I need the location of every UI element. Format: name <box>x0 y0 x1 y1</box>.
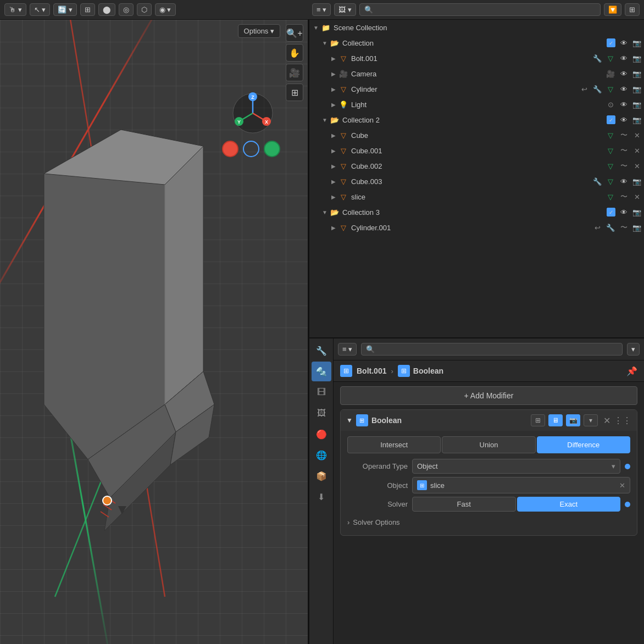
outliner-display[interactable]: 🖼 ▾ <box>334 3 356 16</box>
cube002-row[interactable]: ▶ ▽ Cube.002 ▽ 〜 ✕ <box>309 158 644 174</box>
collection2-eye-icon[interactable]: 👁 <box>619 116 629 124</box>
bolt001-filter-icon[interactable]: ▽ <box>606 54 615 63</box>
cylinder-camera-icon[interactable]: 📷 <box>632 85 642 93</box>
cube002-filter-icon[interactable]: ▽ <box>606 162 615 170</box>
modifier-mode-dropdown[interactable]: ▾ <box>584 414 598 426</box>
prop-particle-btn[interactable]: 🔴 <box>312 424 331 444</box>
snap-select[interactable]: 🔄 ▾ <box>53 3 77 16</box>
collection-camera-icon[interactable]: 📷 <box>632 39 642 47</box>
shading-circle1[interactable]: ⬤ <box>98 3 115 16</box>
nav-circle-red[interactable] <box>222 141 238 157</box>
cube-x-icon[interactable]: ✕ <box>632 131 642 140</box>
cube003-eye-icon[interactable]: 👁 <box>619 177 629 186</box>
outliner-search-input[interactable] <box>376 5 596 14</box>
intersect-button[interactable]: Intersect <box>347 436 441 453</box>
collection-visible-checkbox[interactable]: ✓ <box>607 38 615 47</box>
zoom-btn[interactable]: 🔍+ <box>286 24 303 42</box>
slice-filter-icon[interactable]: ▽ <box>606 193 615 201</box>
modifier-realtime-btn[interactable]: ⊞ <box>531 414 545 426</box>
prop-search-input[interactable] <box>378 345 618 353</box>
cube003-filter-icon[interactable]: ▽ <box>606 177 615 186</box>
prop-world-btn[interactable]: 🌐 <box>312 445 331 465</box>
pin-button[interactable]: 📌 <box>626 366 637 376</box>
shading-circle2[interactable]: ◎ <box>119 3 134 16</box>
cube001-x-icon[interactable]: ✕ <box>632 147 642 155</box>
cube-row[interactable]: ▶ ▽ Cube ▽ 〜 ✕ <box>309 127 644 143</box>
cylinder001-wrench-icon[interactable]: 🔧 <box>606 224 615 232</box>
bolt001-wrench-icon[interactable]: 🔧 <box>592 54 602 63</box>
bolt001-camera-icon[interactable]: 📷 <box>632 54 642 63</box>
cube002-x-icon[interactable]: ✕ <box>632 162 642 170</box>
collection3-checkbox[interactable]: ✓ <box>607 208 615 216</box>
cube-filter-icon[interactable]: ▽ <box>606 131 615 140</box>
sync-btn[interactable]: ⊞ <box>625 3 640 16</box>
collection3-camera-icon[interactable]: 📷 <box>632 208 642 216</box>
object-field[interactable]: ⊞ slice ✕ <box>412 477 630 493</box>
outliner-mode[interactable]: ≡ ▾ <box>312 3 331 16</box>
shading-circle4[interactable]: ◉ ▾ <box>155 3 176 16</box>
cube001-filter-icon[interactable]: ▽ <box>606 147 615 155</box>
prop-constraints-btn[interactable]: ⬇ <box>312 487 331 507</box>
nav-circle-green[interactable] <box>264 141 280 157</box>
mode-select[interactable]: 🖱 ▾ <box>4 3 26 16</box>
cylinder-filter-icon[interactable]: ▽ <box>606 85 615 93</box>
nav-circle-blue[interactable] <box>243 141 259 157</box>
filter-btn[interactable]: 🔽 <box>604 3 621 16</box>
hand-btn[interactable]: ✋ <box>286 44 303 62</box>
solver-exact-btn[interactable]: Exact <box>517 497 621 512</box>
light-row[interactable]: ▶ 💡 Light ⊙ 👁 📷 <box>309 97 644 112</box>
prop-tool-btn[interactable]: 🔧 <box>312 341 331 360</box>
union-button[interactable]: Union <box>442 436 535 453</box>
cube003-camera-icon[interactable]: 📷 <box>632 177 642 186</box>
outliner-search[interactable]: 🔍 <box>359 3 601 16</box>
prop-expand-btn[interactable]: ▾ <box>627 343 640 356</box>
prop-render-btn[interactable]: 🖼 <box>312 403 331 423</box>
object-clear-btn[interactable]: ✕ <box>619 481 625 490</box>
transform-select[interactable]: ↖ ▾ <box>30 3 51 16</box>
prop-mode-btn[interactable]: ≡ ▾ <box>338 343 357 356</box>
cube003-wrench-icon[interactable]: 🔧 <box>592 177 602 186</box>
collection3-eye-icon[interactable]: 👁 <box>619 208 629 216</box>
viewport[interactable]: Z Y X Options ▾ <box>0 20 308 644</box>
camera-cam-icon[interactable]: 📷 <box>632 70 642 78</box>
collection-eye-icon[interactable]: 👁 <box>619 39 629 47</box>
camera-row[interactable]: ▶ 🎥 Camera 🎥 👁 📷 <box>309 66 644 81</box>
cylinder-eye-icon[interactable]: 👁 <box>619 85 629 93</box>
prop-search-bar[interactable]: 🔍 <box>361 343 623 356</box>
difference-button[interactable]: Difference <box>537 436 630 453</box>
collection2-camera-icon[interactable]: 📷 <box>632 116 642 124</box>
cylinder-row[interactable]: ▶ ▽ Cylinder ↩ 🔧 ▽ 👁 📷 <box>309 81 644 97</box>
solver-options-row[interactable]: › Solver Options <box>347 515 630 530</box>
solver-fast-btn[interactable]: Fast <box>412 497 516 512</box>
options-button[interactable]: Options ▾ <box>238 24 280 38</box>
scene-collection-row[interactable]: ▼ 📁 Scene Collection <box>309 20 644 35</box>
cylinder001-row[interactable]: ▶ ▽ Cylinder.001 ↩ 🔧 〜 📷 <box>309 220 644 235</box>
collection-row[interactable]: ▼ 📂 Collection ✓ 👁 📷 <box>309 35 644 51</box>
cylinder001-camera-icon[interactable]: 📷 <box>632 224 642 232</box>
prop-object-btn[interactable]: 📦 <box>312 466 331 486</box>
collection2-checkbox[interactable]: ✓ <box>607 115 615 124</box>
overlay-select[interactable]: ⊞ <box>80 3 95 16</box>
axis-widget[interactable]: Z Y X <box>231 91 275 135</box>
prop-scene-btn[interactable]: 🎞 <box>312 382 331 402</box>
bolt001-row[interactable]: ▶ ▽ Bolt.001 🔧 ▽ 👁 📷 <box>309 51 644 66</box>
grid-btn[interactable]: ⊞ <box>286 84 303 101</box>
bolt001-eye-icon[interactable]: 👁 <box>619 54 629 63</box>
add-modifier-button[interactable]: + Add Modifier <box>340 386 637 405</box>
cube003-row[interactable]: ▶ ▽ Cube.003 🔧 ▽ 👁 📷 <box>309 174 644 189</box>
light-camera-icon[interactable]: 📷 <box>632 101 642 109</box>
camera-btn[interactable]: 🎥 <box>286 64 303 81</box>
modifier-viewport-btn[interactable]: 📷 <box>566 414 580 426</box>
modifier-collapse-btn[interactable]: ▼ <box>346 417 353 424</box>
cube001-row[interactable]: ▶ ▽ Cube.001 ▽ 〜 ✕ <box>309 143 644 158</box>
cylinder-wrench-icon[interactable]: 🔧 <box>592 85 602 93</box>
light-eye-icon[interactable]: 👁 <box>619 101 629 109</box>
prop-modifier-btn[interactable]: 🔩 <box>312 362 331 381</box>
slice-row[interactable]: ▶ ▽ slice ▽ 〜 ✕ <box>309 189 644 204</box>
modifier-render-btn[interactable]: 🖥 <box>548 414 563 426</box>
operand-type-value[interactable]: Object ▾ <box>412 459 620 474</box>
collection3-row[interactable]: ▼ 📂 Collection 3 ✓ 👁 📷 <box>309 204 644 220</box>
slice-x-icon[interactable]: ✕ <box>632 193 642 201</box>
camera-eye-icon[interactable]: 👁 <box>619 70 629 78</box>
shading-circle3[interactable]: ⬡ <box>137 3 152 16</box>
